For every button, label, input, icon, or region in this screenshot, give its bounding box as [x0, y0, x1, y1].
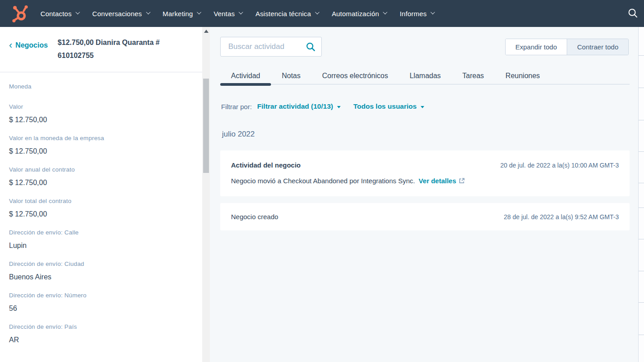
property-value: $ 12.750,00 — [9, 210, 193, 218]
property-label: Dirección de envío: Número — [9, 292, 193, 299]
nav-item-label: Conversaciones — [92, 10, 142, 18]
card-header: Actividad del negocio 20 de jul. de 2022… — [231, 161, 619, 169]
event-description: Negocio movió a Checkout Abandoned por I… — [231, 177, 415, 185]
chevron-down-icon — [431, 10, 435, 14]
property-value: AR — [9, 336, 193, 344]
ver-detalles-link[interactable]: Ver detalles — [419, 177, 465, 185]
property-valor-anual-contrato: Valor anual del contrato $ 12.750,00 — [9, 166, 193, 187]
nav-item-label: Automatización — [332, 10, 379, 18]
chevron-down-icon — [239, 10, 243, 14]
filter-row: Filtrar por: Filtrar actividad (10/13) T… — [221, 102, 437, 110]
timeline-card-deal-activity[interactable]: Actividad del negocio 20 de jul. de 2022… — [220, 150, 630, 196]
collapse-all-button[interactable]: Contraer todo — [567, 39, 628, 55]
divider — [639, 302, 644, 303]
event-timestamp: 20 de jul. de 2022 a la(s) 10:00 AM GMT-… — [500, 162, 619, 169]
tab-llamadas[interactable]: Llamadas — [399, 67, 451, 84]
property-direccion-ciudad: Dirección de envío: Ciudad Buenos Aires — [9, 260, 193, 281]
deal-properties: Moneda Valor $ 12.750,00 Valor en la mon… — [0, 72, 202, 344]
chevron-down-icon — [76, 10, 80, 14]
right-panel-edge — [638, 27, 644, 362]
tab-actividad[interactable]: Actividad — [220, 67, 271, 84]
tab-tareas[interactable]: Tareas — [452, 67, 495, 84]
property-label: Valor total del contrato — [9, 198, 193, 204]
nav-item-label: Asistencia técnica — [255, 10, 311, 18]
main-nav: Contactos Conversaciones Marketing Venta… — [40, 10, 447, 18]
deal-title: $12.750,00 Dianira Quaranta # 610102755 — [58, 36, 192, 62]
triangle-up-icon — [204, 30, 209, 33]
search-icon[interactable] — [306, 42, 315, 53]
event-title: Actividad del negocio — [231, 161, 301, 169]
nav-item-asistencia-tecnica[interactable]: Asistencia técnica — [255, 10, 318, 18]
divider — [639, 271, 644, 271]
chevron-down-icon — [383, 10, 387, 14]
nav-item-conversaciones[interactable]: Conversaciones — [92, 10, 149, 18]
property-label: Dirección de envío: País — [9, 323, 193, 330]
deal-sidebar: ‹ Negocios $12.750,00 Dianira Quaranta #… — [0, 27, 202, 362]
nav-item-label: Marketing — [163, 10, 193, 18]
tab-reuniones[interactable]: Reuniones — [495, 67, 551, 84]
property-label: Dirección de envío: Calle — [9, 229, 193, 236]
search-icon — [628, 8, 638, 18]
property-label: Valor — [9, 103, 193, 110]
event-timestamp: 28 de jul. de 2022 a la(s) 9:52 AM GMT-3 — [504, 213, 619, 221]
nav-item-informes[interactable]: Informes — [400, 10, 434, 18]
activity-filter-dropdown[interactable]: Filtrar actividad (10/13) — [257, 102, 341, 110]
hubspot-logo-icon[interactable] — [9, 4, 29, 23]
property-value: Lupin — [9, 241, 193, 250]
property-valor-moneda-empresa: Valor en la moneda de la empresa $ 12.75… — [9, 135, 193, 155]
user-filter-dropdown[interactable]: Todos los usuarios — [353, 102, 424, 110]
external-link-icon — [458, 177, 465, 185]
global-search-button[interactable] — [625, 5, 640, 21]
chevron-down-icon — [197, 10, 201, 14]
scrollbar-thumb[interactable] — [203, 79, 209, 173]
nav-item-label: Informes — [400, 10, 426, 18]
card-header: Negocio creado 28 de jul. de 2022 a la(s… — [231, 213, 619, 221]
divider — [639, 88, 644, 88]
chevron-down-icon — [146, 10, 151, 14]
divider — [639, 183, 644, 183]
activity-tabs: Actividad Notas Correos electrónicos Lla… — [220, 67, 630, 84]
top-navbar: Contactos Conversaciones Marketing Venta… — [0, 0, 644, 27]
property-value: 56 — [9, 304, 193, 313]
sidebar-scrollbar[interactable] — [202, 27, 210, 362]
property-direccion-pais: Dirección de envío: País AR — [9, 323, 193, 344]
scroll-up-button[interactable] — [202, 27, 210, 35]
activity-panel: Expandir todo Contraer todo Actividad No… — [210, 27, 638, 362]
chevron-down-icon — [315, 10, 320, 14]
property-moneda: Moneda — [9, 83, 193, 90]
property-label: Moneda — [9, 83, 193, 90]
filter-by-label: Filtrar por: — [221, 103, 252, 110]
tab-notas[interactable]: Notas — [271, 67, 311, 84]
nav-item-label: Ventas — [213, 10, 235, 18]
timeline: Actividad del negocio 20 de jul. de 2022… — [220, 150, 630, 237]
nav-item-ventas[interactable]: Ventas — [213, 10, 242, 18]
ver-detalles-label: Ver detalles — [419, 177, 456, 185]
property-value: $ 12.750,00 — [9, 178, 193, 187]
back-to-negocios-link[interactable]: ‹ Negocios — [9, 41, 48, 49]
event-title: Negocio creado — [231, 213, 278, 221]
property-value: $ 12.750,00 — [9, 147, 193, 155]
expand-collapse-group: Expandir todo Contraer todo — [505, 39, 629, 55]
expand-all-button[interactable]: Expandir todo — [506, 39, 568, 55]
deal-header: ‹ Negocios $12.750,00 Dianira Quaranta #… — [0, 27, 202, 72]
timeline-card-deal-created[interactable]: Negocio creado 28 de jul. de 2022 a la(s… — [220, 203, 630, 230]
property-value: $ 12.750,00 — [9, 115, 193, 124]
nav-item-contactos[interactable]: Contactos — [40, 10, 79, 18]
tab-correos-electronicos[interactable]: Correos electrónicos — [311, 67, 399, 84]
divider — [639, 207, 644, 208]
property-valor-total-contrato: Valor total del contrato $ 12.750,00 — [9, 198, 193, 218]
caret-down-icon — [421, 106, 424, 108]
divider — [639, 335, 644, 335]
divider — [639, 55, 644, 56]
nav-item-label: Contactos — [40, 10, 71, 18]
activity-filter-label: Filtrar actividad (10/13) — [257, 102, 333, 110]
property-label: Valor en la moneda de la empresa — [9, 135, 193, 141]
property-label: Valor anual del contrato — [9, 166, 193, 173]
user-filter-label: Todos los usuarios — [353, 102, 417, 110]
property-direccion-calle: Dirección de envío: Calle Lupin — [9, 229, 193, 250]
property-value: Buenos Aires — [9, 273, 193, 281]
divider — [639, 239, 644, 239]
nav-item-marketing[interactable]: Marketing — [163, 10, 200, 18]
nav-item-automatizacion[interactable]: Automatización — [332, 10, 386, 18]
month-group-heading: julio 2022 — [222, 130, 255, 139]
